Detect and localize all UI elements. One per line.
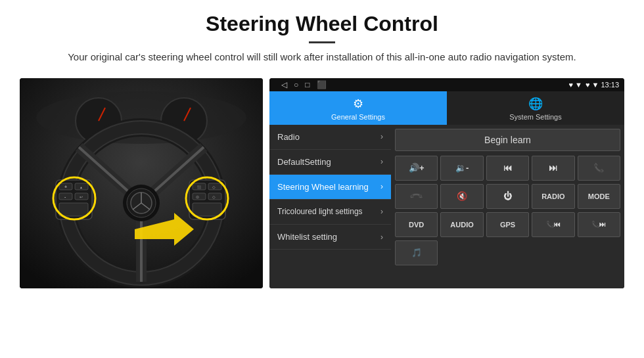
begin-learn-row: Begin learn	[395, 129, 620, 151]
steering-wheel-image: + ▲ - ↩ ⬛ ◇ ⊙ ◇	[20, 78, 263, 288]
tel-prev-button[interactable]: 📞⏮	[532, 212, 574, 237]
general-settings-icon: ⚙	[353, 97, 363, 111]
page-title: Steering Wheel Control	[39, 12, 605, 36]
status-bar: ◁ ○ □ ⬛ ♥ ▼ ♥ ▼ 13:13	[269, 78, 624, 91]
menu-item-default[interactable]: DefaultSetting ›	[269, 150, 391, 175]
audio-label: AUDIO	[450, 221, 473, 229]
status-icons: ♥ ▼	[568, 81, 582, 89]
hangup-button[interactable]: 📞	[395, 184, 438, 209]
controls-grid-row4: 🎵	[395, 240, 620, 265]
clock: ♥ ▼ 13:13	[586, 81, 619, 89]
controls-grid-row1: 🔊+ 🔉- ⏮ ⏭ 📞	[395, 156, 620, 181]
chevron-icon: ›	[380, 233, 383, 242]
menu-steering-label: Steering Wheel learning	[277, 182, 369, 192]
home-icon[interactable]: ○	[294, 80, 298, 89]
call-button[interactable]: 📞	[578, 156, 620, 181]
content-area: + ▲ - ↩ ⬛ ◇ ⊙ ◇	[0, 72, 644, 295]
audio-button[interactable]: AUDIO	[440, 212, 483, 237]
system-settings-icon: 🌐	[528, 97, 543, 111]
tab-system-label: System Settings	[509, 113, 561, 121]
chevron-icon: ›	[380, 182, 383, 191]
left-menu: Radio › DefaultSetting › Steering Wheel …	[269, 125, 391, 288]
begin-learn-button[interactable]: Begin learn	[395, 129, 620, 151]
tab-bar: ⚙ General Settings 🌐 System Settings	[269, 91, 624, 125]
chevron-icon: ›	[380, 207, 383, 216]
svg-rect-26	[59, 203, 88, 216]
controls-grid-row3: DVD AUDIO GPS 📞⏮ 📞⏭	[395, 212, 620, 237]
vol-down-button[interactable]: 🔉-	[440, 156, 483, 181]
menu-radio-label: Radio	[277, 132, 300, 142]
menu-item-tricoloured[interactable]: Tricoloured light settings ›	[269, 200, 391, 225]
svg-text:▲: ▲	[80, 185, 83, 189]
menu-item-radio[interactable]: Radio ›	[269, 125, 391, 150]
menu-item-steering[interactable]: Steering Wheel learning ›	[269, 175, 391, 200]
prev-icon: ⏮	[503, 163, 512, 173]
page-wrapper: Steering Wheel Control Your original car…	[0, 0, 644, 295]
svg-text:⬛: ⬛	[197, 185, 202, 190]
menu-default-label: DefaultSetting	[277, 157, 331, 167]
tab-general-label: General Settings	[331, 113, 385, 121]
vol-up-button[interactable]: 🔊+	[395, 156, 438, 181]
radio-label: RADIO	[541, 192, 564, 200]
svg-text:⊙: ⊙	[196, 195, 199, 199]
nav-icons: ◁ ○ □ ⬛	[281, 80, 327, 89]
controls-grid-row2: 📞 🔇 ⏻ RADIO MODE	[395, 184, 620, 209]
tab-general[interactable]: ⚙ General Settings	[269, 91, 447, 125]
media-button[interactable]: 🎵	[395, 240, 438, 265]
menu-whitelist-label: Whitelist setting	[277, 232, 337, 242]
menu-item-whitelist[interactable]: Whitelist setting ›	[269, 225, 391, 250]
radio-button[interactable]: RADIO	[532, 184, 574, 209]
header-section: Steering Wheel Control Your original car…	[0, 0, 644, 72]
recent-icon[interactable]: □	[305, 80, 310, 89]
mode-label: MODE	[588, 192, 610, 200]
svg-rect-34	[193, 193, 206, 200]
mute-button[interactable]: 🔇	[440, 184, 483, 209]
svg-text:◇: ◇	[212, 185, 216, 189]
android-ui-panel: ◁ ○ □ ⬛ ♥ ▼ ♥ ▼ 13:13 ⚙ General Settings…	[269, 78, 624, 288]
chevron-icon: ›	[380, 157, 383, 166]
vol-down-icon: 🔉-	[455, 163, 469, 173]
tel-next-button[interactable]: 📞⏭	[578, 212, 620, 237]
svg-text:+: +	[64, 185, 67, 189]
gps-label: GPS	[500, 221, 515, 229]
vol-up-icon: 🔊+	[409, 163, 425, 173]
prev-track-button[interactable]: ⏮	[486, 156, 529, 181]
tab-system[interactable]: 🌐 System Settings	[447, 91, 624, 125]
menu-tricoloured-label: Tricoloured light settings	[277, 207, 363, 217]
dvd-label: DVD	[409, 221, 424, 229]
mute-icon: 🔇	[457, 191, 467, 201]
power-icon: ⏻	[503, 191, 512, 201]
menu-icon[interactable]: ⬛	[317, 80, 327, 89]
gps-button[interactable]: GPS	[486, 212, 529, 237]
next-icon: ⏭	[549, 163, 557, 173]
mode-button[interactable]: MODE	[578, 184, 620, 209]
power-button[interactable]: ⏻	[486, 184, 529, 209]
svg-text:↩: ↩	[80, 195, 83, 199]
svg-rect-36	[193, 203, 221, 216]
call-icon: 📞	[593, 163, 604, 173]
chevron-icon: ›	[380, 132, 383, 141]
dvd-button[interactable]: DVD	[395, 212, 438, 237]
next-track-button[interactable]: ⏭	[532, 156, 574, 181]
hangup-icon: 📞	[409, 189, 424, 204]
svg-text:◇: ◇	[212, 195, 216, 199]
tel-prev-icon: 📞⏮	[546, 221, 561, 228]
right-controls: Begin learn 🔊+ 🔉- ⏮	[391, 125, 624, 288]
header-divider	[309, 41, 335, 43]
header-description: Your original car's steering wheel contr…	[39, 50, 605, 65]
back-icon[interactable]: ◁	[281, 80, 287, 89]
media-icon: 🎵	[411, 248, 422, 257]
tel-next-icon: 📞⏭	[591, 221, 606, 228]
menu-controls-area: Radio › DefaultSetting › Steering Wheel …	[269, 125, 624, 288]
